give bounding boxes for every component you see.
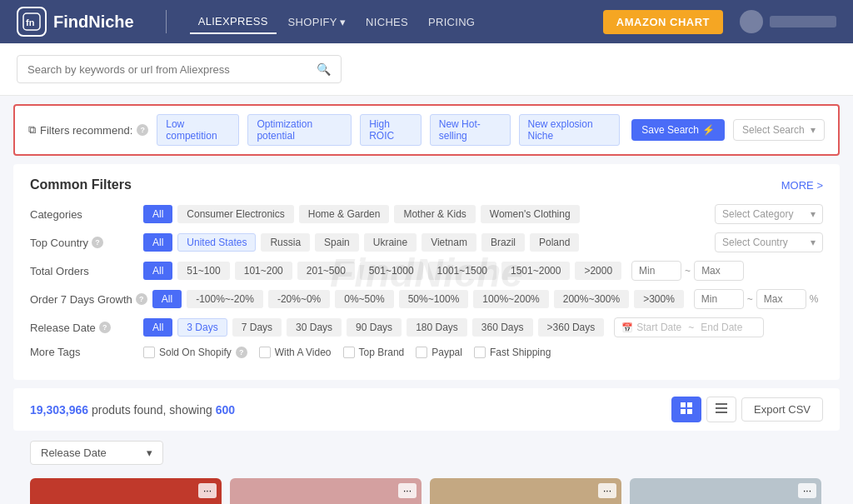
orders-201-500[interactable]: 201~500: [297, 262, 355, 280]
percent-suffix: %: [810, 293, 819, 305]
checkbox-sold-shopify-box[interactable]: [143, 347, 155, 358]
checkbox-paypal[interactable]: Paypal: [416, 347, 462, 358]
checkbox-with-video-box[interactable]: [259, 347, 271, 358]
total-orders-label: Total Orders: [30, 265, 138, 277]
product-card-2[interactable]: ···: [430, 478, 621, 504]
filter-tag-new-hot-selling[interactable]: New Hot-selling: [430, 114, 511, 146]
nav-aliexpress[interactable]: ALIEXPRESS: [190, 10, 277, 34]
filter-tag-high-roic[interactable]: High ROIC: [360, 114, 422, 146]
order-growth-info-icon[interactable]: ?: [136, 293, 147, 305]
orders-1501-2000[interactable]: 1501~2000: [501, 262, 570, 280]
orders-101-200[interactable]: 101~200: [235, 262, 292, 280]
amazon-chart-button[interactable]: AMAZON CHART: [603, 10, 723, 34]
growth-gt300[interactable]: >300%: [634, 290, 684, 308]
product-card-3[interactable]: ···: [630, 478, 821, 504]
country-poland[interactable]: Poland: [530, 233, 579, 252]
checkbox-paypal-box[interactable]: [416, 347, 427, 358]
range-sep-orders: ~: [685, 265, 691, 277]
checkbox-fast-shipping[interactable]: Fast Shipping: [474, 347, 551, 358]
date-90days[interactable]: 90 Days: [347, 318, 402, 337]
select-search-dropdown[interactable]: Select Search ▾: [733, 119, 825, 141]
growth-neg-100-20[interactable]: -100%~-20%: [187, 290, 263, 308]
top-country-info-icon[interactable]: ?: [92, 237, 103, 248]
date-range-sep: ~: [688, 322, 694, 333]
main-nav: ALIEXPRESS SHOPIFY ▾ NICHES PRICING: [190, 10, 484, 34]
list-view-button[interactable]: [706, 397, 736, 422]
categories-womens-clothing[interactable]: Women's Clothing: [481, 205, 580, 223]
search-input[interactable]: [27, 63, 317, 76]
export-csv-button[interactable]: Export CSV: [741, 397, 823, 422]
date-180days[interactable]: 180 Days: [407, 318, 467, 337]
growth-0-50[interactable]: 0%~50%: [335, 290, 393, 308]
search-wrapper[interactable]: 🔍: [17, 55, 342, 83]
country-vietnam[interactable]: Vietnam: [422, 233, 476, 252]
date-3days[interactable]: 3 Days: [177, 318, 227, 337]
grid-view-button[interactable]: [671, 397, 701, 422]
orders-51-100[interactable]: 51~100: [177, 262, 229, 280]
growth-50-100[interactable]: 50%~100%: [399, 290, 469, 308]
orders-all[interactable]: All: [143, 262, 172, 280]
date-360days[interactable]: 360 Days: [472, 318, 533, 337]
sort-area: Release Date ▾: [13, 436, 840, 470]
country-select[interactable]: Select Country ▾: [715, 232, 823, 252]
checkbox-with-video[interactable]: With A Video: [259, 347, 332, 358]
filter-tag-low-competition[interactable]: Low competition: [157, 114, 239, 146]
country-russia[interactable]: Russia: [261, 233, 310, 252]
orders-1001-1500[interactable]: 1001~1500: [428, 262, 496, 280]
country-ukraine[interactable]: Ukraine: [364, 233, 417, 252]
avatar: [740, 10, 763, 33]
checkbox-top-brand[interactable]: Top Brand: [343, 347, 405, 358]
categories-home-garden[interactable]: Home & Garden: [299, 205, 390, 223]
categories-mother-kids[interactable]: Mother & Kids: [394, 205, 475, 223]
country-brazil[interactable]: Brazil: [481, 233, 525, 252]
checkbox-sold-shopify[interactable]: Sold On Shopify ?: [143, 347, 247, 358]
search-bar-area: 🔍: [0, 43, 853, 96]
country-spain[interactable]: Spain: [315, 233, 359, 252]
growth-max-input[interactable]: [756, 289, 806, 309]
country-all[interactable]: All: [143, 233, 172, 252]
release-date-info-icon[interactable]: ?: [99, 322, 111, 333]
nav-niches[interactable]: NICHES: [357, 11, 417, 33]
orders-gt2000[interactable]: >2000: [575, 262, 621, 280]
filter-tag-optimization[interactable]: Optimization potential: [247, 114, 352, 146]
growth-min-input[interactable]: [694, 289, 744, 309]
product-0-more-btn[interactable]: ···: [198, 483, 217, 498]
filters-info-icon[interactable]: ?: [137, 124, 148, 136]
sort-dropdown[interactable]: Release Date ▾: [30, 441, 163, 465]
growth-all[interactable]: All: [152, 290, 182, 308]
filter-tag-new-explosion[interactable]: New explosion Niche: [519, 114, 621, 146]
orders-min-input[interactable]: [631, 261, 681, 281]
checkbox-top-brand-box[interactable]: [343, 347, 355, 358]
growth-range: ~ %: [694, 289, 819, 309]
product-1-more-btn[interactable]: ···: [398, 483, 417, 498]
product-card-0[interactable]: ··· Mobile Phone Ring Hold...: [30, 478, 222, 504]
orders-501-1000[interactable]: 501~1000: [360, 262, 423, 280]
svg-rect-3: [687, 402, 692, 407]
save-search-button[interactable]: Save Search ⚡: [631, 119, 725, 141]
product-2-more-btn[interactable]: ···: [598, 483, 616, 498]
product-grid: ··· Mobile Phone Ring Hold... ··· ··· ··…: [13, 470, 840, 504]
date-all[interactable]: All: [143, 318, 172, 337]
checkbox-fast-shipping-box[interactable]: [474, 347, 486, 358]
growth-100-200[interactable]: 100%~200%: [473, 290, 548, 308]
orders-range: ~: [631, 261, 744, 281]
sold-shopify-info-icon[interactable]: ?: [236, 347, 247, 358]
categories-select[interactable]: Select Category ▾: [715, 204, 823, 224]
nav-shopify[interactable]: SHOPIFY ▾: [280, 11, 354, 33]
growth-200-300[interactable]: 200%~300%: [554, 290, 629, 308]
product-3-more-btn[interactable]: ···: [798, 483, 816, 498]
more-button[interactable]: MORE >: [781, 179, 823, 192]
product-card-1[interactable]: ···: [230, 478, 422, 504]
growth-neg-20-0[interactable]: -20%~0%: [268, 290, 330, 308]
date-gt360days[interactable]: >360 Days: [538, 318, 605, 337]
date-range-input[interactable]: 📅 Start Date ~ End Date: [614, 317, 764, 337]
date-7days[interactable]: 7 Days: [232, 318, 282, 337]
orders-max-input[interactable]: [694, 261, 744, 281]
date-30days[interactable]: 30 Days: [287, 318, 342, 337]
nav-pricing[interactable]: PRICING: [420, 11, 483, 33]
filters-recommend: ⧉ Filters recommend: ? Low competition O…: [13, 104, 840, 156]
country-us[interactable]: United States: [177, 233, 256, 252]
categories-all[interactable]: All: [143, 205, 172, 223]
categories-electronics[interactable]: Consumer Electronics: [177, 205, 293, 223]
list-icon: [716, 402, 727, 414]
